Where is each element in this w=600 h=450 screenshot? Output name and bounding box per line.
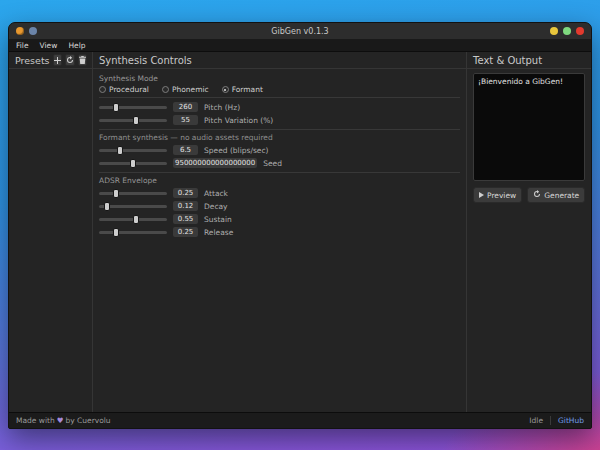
formant-sliders: 6.5Speed (blips/sec)950000000000000000Se… <box>99 144 460 169</box>
pitch-variation-slider[interactable] <box>99 116 167 125</box>
sustain-slider[interactable] <box>99 215 167 224</box>
slider-row: 55Pitch Variation (%) <box>99 114 460 126</box>
slider-row: 950000000000000000Seed <box>99 157 460 169</box>
pitch-hz-label: Pitch (Hz) <box>204 103 240 112</box>
minimize-button[interactable] <box>550 27 558 35</box>
slider-track <box>99 231 167 234</box>
heart-icon: ♥ <box>57 416 64 425</box>
play-icon <box>479 192 484 198</box>
menu-item-file[interactable]: File <box>16 41 29 50</box>
slider-thumb[interactable] <box>133 215 139 224</box>
release-slider[interactable] <box>99 228 167 237</box>
seed-slider[interactable] <box>99 159 167 168</box>
sustain-label: Sustain <box>204 215 232 224</box>
decay-slider[interactable] <box>99 202 167 211</box>
window-title: GibGen v0.1.3 <box>9 27 591 36</box>
presets-panel: Presets <box>9 52 93 412</box>
statusbar-divider <box>550 416 551 425</box>
radio-icon <box>222 86 229 93</box>
statusbar: Made with♥by Cuervolu Idle GitHub <box>9 412 591 428</box>
pitch-sliders: 260Pitch (Hz)55Pitch Variation (%) <box>99 101 460 126</box>
decay-value[interactable]: 0.12 <box>173 201 198 211</box>
synthesis-body: Synthesis Mode ProceduralPhonemicFormant… <box>93 69 466 242</box>
titlebar[interactable]: GibGen v0.1.3 <box>9 23 591 40</box>
mode-radio-label: Formant <box>232 85 263 94</box>
slider-thumb[interactable] <box>113 189 119 198</box>
radio-icon <box>99 86 106 93</box>
window-controls <box>550 27 584 35</box>
attack-slider[interactable] <box>99 189 167 198</box>
presets-header: Presets <box>9 52 92 69</box>
mode-radio-procedural[interactable]: Procedural <box>99 85 149 94</box>
output-title: Text & Output <box>467 52 591 69</box>
github-link[interactable]: GitHub <box>558 416 584 425</box>
slider-thumb[interactable] <box>113 228 119 237</box>
preview-button[interactable]: Preview <box>473 187 522 203</box>
menu-item-help[interactable]: Help <box>68 41 85 50</box>
attack-label: Attack <box>204 189 228 198</box>
menubar: FileViewHelp <box>9 40 591 52</box>
seed-label: Seed <box>263 159 282 168</box>
release-value[interactable]: 0.25 <box>173 227 198 237</box>
app-window: GibGen v0.1.3 FileViewHelp Presets <box>8 22 592 429</box>
trash-icon <box>79 56 86 64</box>
speed-blips-sec-slider[interactable] <box>99 146 167 155</box>
synthesis-mode-radios: ProceduralPhonemicFormant <box>99 85 460 94</box>
attack-value[interactable]: 0.25 <box>173 188 198 198</box>
plus-icon <box>54 57 61 64</box>
output-body: ¡Bienvenido a GibGen! Preview Generate <box>467 69 591 207</box>
mode-radio-phonemic[interactable]: Phonemic <box>162 85 209 94</box>
seed-value[interactable]: 950000000000000000 <box>173 158 257 168</box>
generate-button-label: Generate <box>544 191 579 200</box>
app-icon <box>16 27 24 35</box>
release-label: Release <box>204 228 233 237</box>
status-text: Idle <box>529 416 543 425</box>
slider-thumb[interactable] <box>113 103 119 112</box>
speed-blips-sec-value[interactable]: 6.5 <box>173 145 198 155</box>
slider-thumb[interactable] <box>104 202 110 211</box>
statusbar-right: Idle GitHub <box>529 416 584 425</box>
presets-title: Presets <box>15 55 50 66</box>
refresh-icon <box>533 190 541 200</box>
synthesis-panel: Synthesis Controls Synthesis Mode Proced… <box>93 52 467 412</box>
slider-row: 6.5Speed (blips/sec) <box>99 144 460 156</box>
content-area: Presets Synthesis <box>9 52 591 412</box>
slider-thumb[interactable] <box>133 116 139 125</box>
formant-note: Formant synthesis — no audio assets requ… <box>99 133 460 142</box>
pitch-hz-slider[interactable] <box>99 103 167 112</box>
slider-row: 0.12Decay <box>99 200 460 212</box>
pitch-hz-value[interactable]: 260 <box>173 102 198 112</box>
divider <box>99 97 460 98</box>
slider-track <box>99 192 167 195</box>
adsr-sliders: 0.25Attack0.12Decay0.55Sustain0.25Releas… <box>99 187 460 238</box>
maximize-button[interactable] <box>563 27 571 35</box>
delete-preset-button[interactable] <box>78 54 87 66</box>
output-buttons: Preview Generate <box>473 187 585 203</box>
slider-thumb[interactable] <box>117 146 123 155</box>
credit-text: Made with♥by Cuervolu <box>16 416 111 425</box>
slider-row: 0.25Attack <box>99 187 460 199</box>
pitch-variation-value[interactable]: 55 <box>173 115 198 125</box>
add-preset-button[interactable] <box>53 54 62 66</box>
synthesis-mode-label: Synthesis Mode <box>99 74 460 83</box>
speed-blips-sec-label: Speed (blips/sec) <box>204 146 269 155</box>
sustain-value[interactable]: 0.55 <box>173 214 198 224</box>
slider-row: 0.55Sustain <box>99 213 460 225</box>
refresh-presets-button[interactable] <box>65 54 75 66</box>
radio-icon <box>162 86 169 93</box>
mode-radio-label: Procedural <box>109 85 149 94</box>
preview-button-label: Preview <box>487 191 516 200</box>
slider-thumb[interactable] <box>130 159 136 168</box>
slider-track <box>99 149 167 152</box>
decay-label: Decay <box>204 202 228 211</box>
synthesis-title: Synthesis Controls <box>93 52 466 69</box>
output-text-area[interactable]: ¡Bienvenido a GibGen! <box>473 73 585 181</box>
workspace-dot-icon <box>29 27 37 35</box>
adsr-envelope-label: ADSR Envelope <box>99 176 460 185</box>
menu-item-view[interactable]: View <box>40 41 58 50</box>
generate-button[interactable]: Generate <box>527 187 585 203</box>
mode-radio-formant[interactable]: Formant <box>222 85 263 94</box>
close-button[interactable] <box>576 27 584 35</box>
mode-radio-label: Phonemic <box>172 85 209 94</box>
refresh-icon <box>66 56 74 64</box>
